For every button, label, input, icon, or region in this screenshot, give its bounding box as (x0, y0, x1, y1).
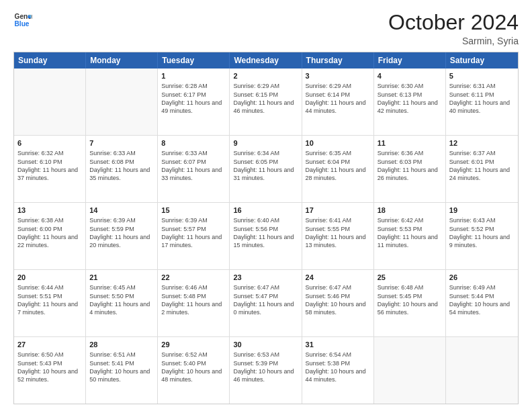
calendar-week: 27Sunrise: 6:50 AM Sunset: 5:43 PM Dayli… (14, 337, 518, 404)
day-number: 27 (17, 340, 82, 349)
day-info: Sunrise: 6:37 AM Sunset: 6:01 PM Dayligh… (449, 149, 515, 182)
day-number: 2 (233, 71, 298, 81)
day-info: Sunrise: 6:35 AM Sunset: 6:04 PM Dayligh… (306, 149, 370, 182)
day-info: Sunrise: 6:38 AM Sunset: 6:00 PM Dayligh… (17, 216, 82, 249)
day-number: 8 (161, 138, 226, 148)
day-info: Sunrise: 6:29 AM Sunset: 6:14 PM Dayligh… (306, 82, 370, 115)
calendar-cell: 18Sunrise: 6:42 AM Sunset: 5:53 PM Dayli… (374, 203, 446, 269)
day-number: 4 (378, 71, 442, 81)
calendar-cell: 23Sunrise: 6:47 AM Sunset: 5:47 PM Dayli… (230, 270, 302, 336)
day-number: 11 (378, 138, 442, 148)
day-info: Sunrise: 6:29 AM Sunset: 6:15 PM Dayligh… (233, 82, 298, 115)
logo: General Blue (13, 11, 32, 30)
calendar-cell: 7Sunrise: 6:33 AM Sunset: 6:08 PM Daylig… (86, 136, 158, 202)
day-number: 24 (306, 273, 370, 282)
weekday-header: Saturday (446, 52, 518, 68)
day-number: 22 (161, 273, 226, 282)
header: General Blue October 2024 Sarmin, Syria (13, 11, 519, 46)
calendar: SundayMondayTuesdayWednesdayThursdayFrid… (13, 52, 519, 404)
day-info: Sunrise: 6:53 AM Sunset: 5:39 PM Dayligh… (233, 351, 298, 383)
day-info: Sunrise: 6:46 AM Sunset: 5:48 PM Dayligh… (161, 283, 226, 316)
day-number: 13 (17, 205, 82, 215)
day-info: Sunrise: 6:36 AM Sunset: 6:03 PM Dayligh… (378, 149, 442, 182)
day-info: Sunrise: 6:41 AM Sunset: 5:55 PM Dayligh… (306, 216, 370, 249)
calendar-body: 1Sunrise: 6:28 AM Sunset: 6:17 PM Daylig… (14, 68, 518, 404)
calendar-cell (374, 337, 446, 404)
calendar-cell: 30Sunrise: 6:53 AM Sunset: 5:39 PM Dayli… (230, 337, 302, 404)
day-info: Sunrise: 6:52 AM Sunset: 5:40 PM Dayligh… (161, 351, 226, 383)
calendar-cell: 22Sunrise: 6:46 AM Sunset: 5:48 PM Dayli… (158, 270, 230, 336)
page: General Blue October 2024 Sarmin, Syria … (0, 0, 532, 411)
day-number: 3 (306, 71, 370, 81)
calendar-week: 1Sunrise: 6:28 AM Sunset: 6:17 PM Daylig… (14, 68, 518, 136)
day-number: 17 (306, 205, 370, 215)
calendar-cell: 4Sunrise: 6:30 AM Sunset: 6:13 PM Daylig… (374, 68, 446, 135)
day-number: 26 (449, 273, 515, 282)
calendar-cell: 5Sunrise: 6:31 AM Sunset: 6:11 PM Daylig… (446, 68, 518, 135)
day-info: Sunrise: 6:47 AM Sunset: 5:46 PM Dayligh… (306, 283, 370, 316)
day-info: Sunrise: 6:30 AM Sunset: 6:13 PM Dayligh… (378, 82, 442, 115)
day-number: 9 (233, 138, 298, 148)
day-info: Sunrise: 6:32 AM Sunset: 6:10 PM Dayligh… (17, 149, 82, 182)
calendar-cell: 15Sunrise: 6:39 AM Sunset: 5:57 PM Dayli… (158, 203, 230, 269)
calendar-header: SundayMondayTuesdayWednesdayThursdayFrid… (14, 52, 518, 68)
calendar-cell: 10Sunrise: 6:35 AM Sunset: 6:04 PM Dayli… (302, 136, 374, 202)
weekday-header: Monday (86, 52, 158, 68)
calendar-cell: 25Sunrise: 6:48 AM Sunset: 5:45 PM Dayli… (374, 270, 446, 336)
calendar-cell: 31Sunrise: 6:54 AM Sunset: 5:38 PM Dayli… (302, 337, 374, 404)
day-info: Sunrise: 6:47 AM Sunset: 5:47 PM Dayligh… (233, 283, 298, 316)
day-number: 5 (449, 71, 515, 81)
day-number: 16 (233, 205, 298, 215)
calendar-cell: 29Sunrise: 6:52 AM Sunset: 5:40 PM Dayli… (158, 337, 230, 404)
day-number: 20 (17, 273, 82, 282)
day-info: Sunrise: 6:28 AM Sunset: 6:17 PM Dayligh… (161, 82, 226, 115)
weekday-header: Thursday (302, 52, 374, 68)
day-info: Sunrise: 6:39 AM Sunset: 5:59 PM Dayligh… (89, 216, 154, 249)
day-number: 23 (233, 273, 298, 282)
weekday-header: Wednesday (230, 52, 302, 68)
day-number: 31 (306, 340, 370, 349)
svg-text:Blue: Blue (15, 20, 30, 28)
day-info: Sunrise: 6:50 AM Sunset: 5:43 PM Dayligh… (17, 351, 82, 383)
day-number: 19 (449, 205, 515, 215)
day-info: Sunrise: 6:33 AM Sunset: 6:07 PM Dayligh… (161, 149, 226, 182)
day-info: Sunrise: 6:40 AM Sunset: 5:56 PM Dayligh… (233, 216, 298, 249)
day-number: 6 (17, 138, 82, 148)
title-block: October 2024 Sarmin, Syria (388, 11, 519, 46)
day-info: Sunrise: 6:43 AM Sunset: 5:52 PM Dayligh… (449, 216, 515, 249)
calendar-cell: 21Sunrise: 6:45 AM Sunset: 5:50 PM Dayli… (86, 270, 158, 336)
calendar-week: 13Sunrise: 6:38 AM Sunset: 6:00 PM Dayli… (14, 203, 518, 270)
calendar-cell (86, 68, 158, 135)
calendar-cell: 24Sunrise: 6:47 AM Sunset: 5:46 PM Dayli… (302, 270, 374, 336)
month-title: October 2024 (388, 11, 519, 34)
day-number: 29 (161, 340, 226, 349)
day-info: Sunrise: 6:31 AM Sunset: 6:11 PM Dayligh… (449, 82, 515, 115)
day-info: Sunrise: 6:48 AM Sunset: 5:45 PM Dayligh… (378, 283, 442, 316)
weekday-header: Tuesday (158, 52, 230, 68)
calendar-cell: 6Sunrise: 6:32 AM Sunset: 6:10 PM Daylig… (14, 136, 86, 202)
calendar-cell: 14Sunrise: 6:39 AM Sunset: 5:59 PM Dayli… (86, 203, 158, 269)
calendar-cell: 17Sunrise: 6:41 AM Sunset: 5:55 PM Dayli… (302, 203, 374, 269)
day-number: 30 (233, 340, 298, 349)
day-number: 14 (89, 205, 154, 215)
day-info: Sunrise: 6:54 AM Sunset: 5:38 PM Dayligh… (306, 351, 370, 383)
calendar-cell: 2Sunrise: 6:29 AM Sunset: 6:15 PM Daylig… (230, 68, 302, 135)
day-info: Sunrise: 6:39 AM Sunset: 5:57 PM Dayligh… (161, 216, 226, 249)
day-number: 1 (161, 71, 226, 81)
calendar-week: 20Sunrise: 6:44 AM Sunset: 5:51 PM Dayli… (14, 270, 518, 337)
calendar-cell: 1Sunrise: 6:28 AM Sunset: 6:17 PM Daylig… (158, 68, 230, 135)
calendar-cell: 9Sunrise: 6:34 AM Sunset: 6:05 PM Daylig… (230, 136, 302, 202)
day-number: 25 (378, 273, 442, 282)
calendar-cell: 13Sunrise: 6:38 AM Sunset: 6:00 PM Dayli… (14, 203, 86, 269)
calendar-cell (446, 337, 518, 404)
day-info: Sunrise: 6:49 AM Sunset: 5:44 PM Dayligh… (449, 283, 515, 316)
calendar-cell: 16Sunrise: 6:40 AM Sunset: 5:56 PM Dayli… (230, 203, 302, 269)
day-number: 21 (89, 273, 154, 282)
calendar-cell: 26Sunrise: 6:49 AM Sunset: 5:44 PM Dayli… (446, 270, 518, 336)
day-number: 12 (449, 138, 515, 148)
day-number: 10 (306, 138, 370, 148)
weekday-header: Sunday (14, 52, 86, 68)
location: Sarmin, Syria (388, 36, 519, 46)
calendar-cell (14, 68, 86, 135)
calendar-cell: 27Sunrise: 6:50 AM Sunset: 5:43 PM Dayli… (14, 337, 86, 404)
